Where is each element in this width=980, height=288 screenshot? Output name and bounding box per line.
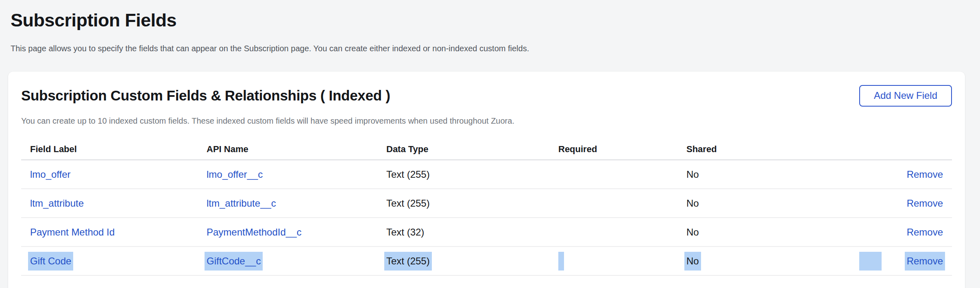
api-name-link[interactable]: GiftCode__c bbox=[205, 252, 263, 271]
table-row: ltm_attribute ltm_attribute__c Text (255… bbox=[21, 189, 952, 218]
field-label-link[interactable]: lmo_offer bbox=[30, 169, 71, 180]
page-description: This page allows you to specify the fiel… bbox=[11, 43, 969, 54]
page-header: Subscription Fields This page allows you… bbox=[0, 0, 980, 54]
column-header-required: Required bbox=[549, 144, 677, 155]
data-type-value: Text (255) bbox=[386, 198, 430, 209]
shared-value: No bbox=[686, 198, 699, 209]
data-type-value: Text (255) bbox=[384, 252, 432, 271]
field-label-link[interactable]: ltm_attribute bbox=[30, 198, 84, 209]
api-name-link[interactable]: ltm_attribute__c bbox=[207, 198, 276, 209]
column-header-data-type: Data Type bbox=[377, 144, 549, 155]
shared-value: No bbox=[686, 169, 699, 180]
section-title: Subscription Custom Fields & Relationshi… bbox=[21, 87, 390, 104]
indexed-fields-card: Subscription Custom Fields & Relationshi… bbox=[8, 72, 965, 288]
card-header: Subscription Custom Fields & Relationshi… bbox=[21, 85, 952, 107]
data-type-value: Text (255) bbox=[386, 169, 430, 180]
api-name-link[interactable]: PaymentMethodId__c bbox=[207, 227, 301, 238]
page-title: Subscription Fields bbox=[11, 10, 969, 31]
remove-link[interactable]: Remove bbox=[907, 198, 943, 209]
remove-link[interactable]: Remove bbox=[907, 169, 943, 180]
shared-value: No bbox=[686, 227, 699, 238]
remove-link[interactable]: Remove bbox=[907, 227, 943, 238]
selection-highlight bbox=[558, 252, 564, 271]
custom-fields-table: Field Label API Name Data Type Required … bbox=[21, 139, 952, 276]
api-name-link[interactable]: lmo_offer__c bbox=[207, 169, 263, 180]
remove-link[interactable]: Remove bbox=[905, 252, 945, 271]
data-type-value: Text (32) bbox=[386, 227, 424, 238]
table-row: Payment Method Id PaymentMethodId__c Tex… bbox=[21, 218, 952, 247]
field-label-link[interactable]: Payment Method Id bbox=[30, 227, 115, 238]
add-new-field-button[interactable]: Add New Field bbox=[859, 85, 952, 107]
column-header-api-name: API Name bbox=[198, 144, 377, 155]
section-description: You can create up to 10 indexed custom f… bbox=[21, 116, 952, 126]
shared-value: No bbox=[684, 252, 701, 271]
table-row: lmo_offer lmo_offer__c Text (255) No Rem… bbox=[21, 160, 952, 189]
column-header-shared: Shared bbox=[677, 144, 805, 155]
table-header-row: Field Label API Name Data Type Required … bbox=[21, 139, 952, 160]
table-row-selected: Gift Code GiftCode__c Text (255) No Remo… bbox=[21, 247, 952, 276]
field-label-link[interactable]: Gift Code bbox=[28, 252, 73, 271]
column-header-field-label: Field Label bbox=[21, 144, 198, 155]
selection-highlight bbox=[859, 252, 882, 271]
